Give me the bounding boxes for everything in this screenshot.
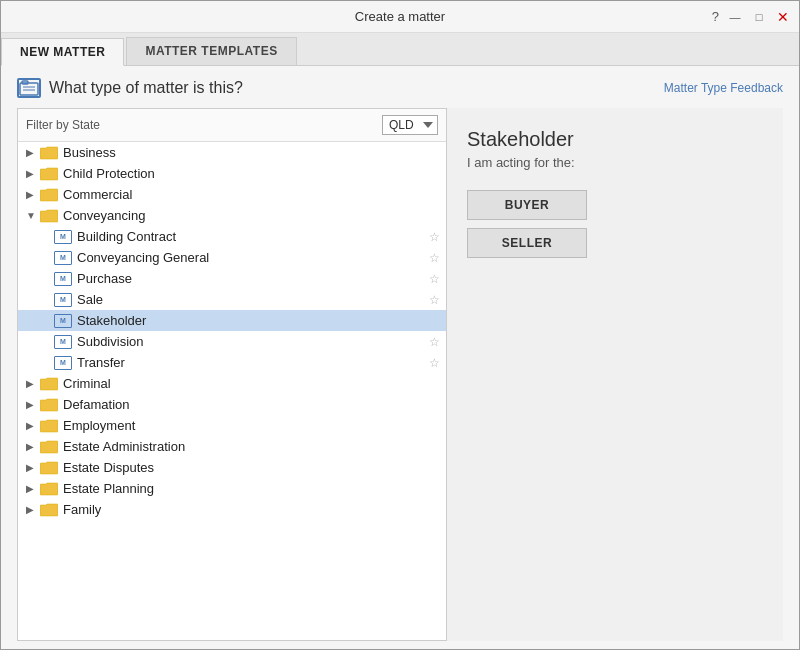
chevron-icon: ▶: [26, 504, 40, 515]
star-icon[interactable]: ☆: [429, 230, 440, 244]
tree-item-estate-planning[interactable]: ▶ Estate Planning: [18, 478, 446, 499]
tree-item-purchase[interactable]: M Purchase ☆: [18, 268, 446, 289]
star-icon[interactable]: ☆: [429, 356, 440, 370]
matter-type-icon: M: [54, 230, 72, 244]
chevron-icon: ▶: [26, 462, 40, 473]
tree-item-business[interactable]: ▶ Business: [18, 142, 446, 163]
tree-item-commercial[interactable]: ▶ Commercial: [18, 184, 446, 205]
tree-item-conveyancing-general[interactable]: M Conveyancing General ☆: [18, 247, 446, 268]
folder-icon: [40, 482, 58, 496]
tree-item-criminal[interactable]: ▶ Criminal: [18, 373, 446, 394]
tree-item-label: Stakeholder: [77, 313, 146, 328]
page-title: What type of matter is this?: [49, 79, 243, 97]
tree-item-conveyancing[interactable]: ▼ Conveyancing: [18, 205, 446, 226]
tree-item-estate-disputes[interactable]: ▶ Estate Disputes: [18, 457, 446, 478]
tree-item-label: Estate Administration: [63, 439, 185, 454]
star-icon[interactable]: ☆: [429, 335, 440, 349]
matter-type-icon: M: [54, 272, 72, 286]
help-button[interactable]: ?: [712, 9, 719, 25]
stakeholder-title: Stakeholder: [467, 128, 763, 151]
tree-item-estate-administration[interactable]: ▶ Estate Administration: [18, 436, 446, 457]
matter-header-icon: [17, 78, 41, 98]
tab-matter-templates[interactable]: MATTER TEMPLATES: [126, 37, 296, 65]
close-button[interactable]: ✕: [775, 9, 791, 25]
tree-item-label: Defamation: [63, 397, 129, 412]
right-panel: Stakeholder I am acting for the: BUYER S…: [447, 108, 783, 641]
folder-icon: [40, 377, 58, 391]
filter-label: Filter by State: [26, 118, 100, 132]
title-bar: Create a matter ? — □ ✕: [1, 1, 799, 33]
chevron-icon: ▶: [26, 147, 40, 158]
filter-row: Filter by State QLD NSW VIC SA WA TAS NT…: [18, 109, 446, 142]
chevron-icon: ▶: [26, 441, 40, 452]
folder-icon: [40, 188, 58, 202]
tree-item-label: Commercial: [63, 187, 132, 202]
chevron-icon: ▶: [26, 399, 40, 410]
header-row: What type of matter is this? Matter Type…: [17, 78, 783, 98]
tree-item-label: Child Protection: [63, 166, 155, 181]
folder-icon: [40, 419, 58, 433]
tree-item-label: Transfer: [77, 355, 125, 370]
folder-icon: [40, 209, 58, 223]
tree-item-label: Employment: [63, 418, 135, 433]
star-icon[interactable]: ☆: [429, 272, 440, 286]
tree-item-label: Family: [63, 502, 101, 517]
tree-item-label: Purchase: [77, 271, 132, 286]
maximize-button[interactable]: □: [751, 9, 767, 25]
tree-item-child-protection[interactable]: ▶ Child Protection: [18, 163, 446, 184]
tree-item-transfer[interactable]: M Transfer ☆: [18, 352, 446, 373]
tabs-bar: NEW MATTER MATTER TEMPLATES: [1, 33, 799, 66]
stakeholder-subtitle: I am acting for the:: [467, 155, 763, 170]
tree-item-label: Subdivision: [77, 334, 144, 349]
folder-icon: [40, 440, 58, 454]
tree-item-label: Sale: [77, 292, 103, 307]
chevron-icon: ▶: [26, 168, 40, 179]
tree-item-stakeholder[interactable]: M Stakeholder: [18, 310, 446, 331]
folder-icon: [40, 398, 58, 412]
matter-type-icon: M: [54, 293, 72, 307]
tree-item-label: Business: [63, 145, 116, 160]
header-left: What type of matter is this?: [17, 78, 243, 98]
buyer-button[interactable]: BUYER: [467, 190, 587, 220]
matter-type-icon: M: [54, 356, 72, 370]
tree-item-sale[interactable]: M Sale ☆: [18, 289, 446, 310]
tree-panel: Filter by State QLD NSW VIC SA WA TAS NT…: [17, 108, 447, 641]
folder-icon: [40, 146, 58, 160]
main-body: Filter by State QLD NSW VIC SA WA TAS NT…: [17, 108, 783, 641]
tree-item-employment[interactable]: ▶ Employment: [18, 415, 446, 436]
svg-rect-0: [20, 83, 38, 95]
seller-button[interactable]: SELLER: [467, 228, 587, 258]
star-icon[interactable]: ☆: [429, 293, 440, 307]
folder-icon: [40, 461, 58, 475]
minimize-button[interactable]: —: [727, 9, 743, 25]
chevron-icon: ▶: [26, 420, 40, 431]
state-select[interactable]: QLD NSW VIC SA WA TAS NT ACT: [382, 115, 438, 135]
feedback-link[interactable]: Matter Type Feedback: [664, 81, 783, 95]
chevron-icon: ▶: [26, 378, 40, 389]
tree-item-label: Conveyancing General: [77, 250, 209, 265]
main-window: Create a matter ? — □ ✕ NEW MATTER MATTE…: [0, 0, 800, 650]
title-bar-controls: ? — □ ✕: [712, 9, 791, 25]
tree-item-family[interactable]: ▶ Family: [18, 499, 446, 520]
tree-item-subdivision[interactable]: M Subdivision ☆: [18, 331, 446, 352]
matter-type-icon: M: [54, 335, 72, 349]
tree-item-label: Estate Disputes: [63, 460, 154, 475]
window-title: Create a matter: [355, 9, 445, 24]
chevron-icon: ▶: [26, 483, 40, 494]
content-area: What type of matter is this? Matter Type…: [1, 66, 799, 649]
tree-item-defamation[interactable]: ▶ Defamation: [18, 394, 446, 415]
matter-type-icon: M: [54, 314, 72, 328]
tree-item-building-contract[interactable]: M Building Contract ☆: [18, 226, 446, 247]
star-icon[interactable]: ☆: [429, 251, 440, 265]
chevron-icon: ▶: [26, 189, 40, 200]
tree-item-label: Estate Planning: [63, 481, 154, 496]
folder-icon: [40, 503, 58, 517]
chevron-icon: ▼: [26, 210, 40, 221]
matter-type-icon: M: [54, 251, 72, 265]
folder-icon: [40, 167, 58, 181]
tree-item-label: Criminal: [63, 376, 111, 391]
tree-item-label: Conveyancing: [63, 208, 145, 223]
tree-container: ▶ Business ▶ Child Protection: [18, 142, 446, 640]
tree-item-label: Building Contract: [77, 229, 176, 244]
tab-new-matter[interactable]: NEW MATTER: [1, 38, 124, 66]
